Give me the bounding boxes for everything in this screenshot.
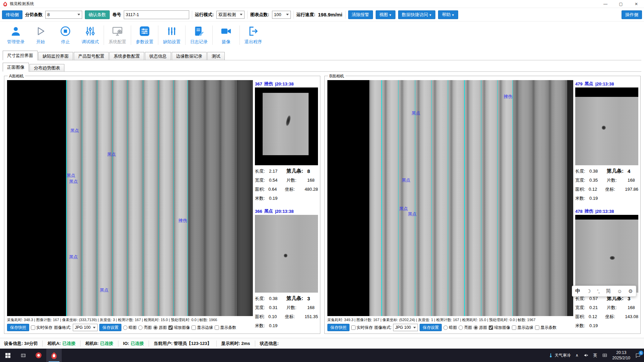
dark-image-radio[interactable]: 暗图 <box>123 325 137 330</box>
subtab-distribution-chart[interactable]: 分布趋势图表 <box>30 64 64 71</box>
stat-row: 面积:0.12坐标:197.86 <box>575 185 638 194</box>
maximize-button[interactable]: ▢ <box>613 0 629 8</box>
bright-image-radio[interactable]: 亮图 <box>459 325 472 330</box>
data-shortcut-menu-button[interactable]: 数据快捷访问 <box>398 10 435 19</box>
realtime-save-input[interactable] <box>351 325 356 330</box>
ime-toolbox-icon[interactable]: ⚙ <box>628 288 633 294</box>
image-format-label: 图像格式: <box>374 325 391 330</box>
save-settings-button[interactable]: 保存设置 <box>99 324 121 331</box>
clear-alarm-button[interactable]: 清除报警 <box>348 10 373 19</box>
system-config-button[interactable]: 系统配置 <box>105 25 130 45</box>
realtime-save-input[interactable] <box>31 325 35 330</box>
ime-language-indicator[interactable]: 英 <box>591 349 600 362</box>
run-mode-select[interactable]: 双面检测 <box>216 11 245 19</box>
stop-button[interactable]: 停止 <box>53 25 78 45</box>
clock[interactable]: 20:13 2025/2/10 <box>610 350 633 361</box>
zoom-image-checkbox[interactable]: 缩放图像 <box>489 325 510 330</box>
param-settings-button[interactable]: 参数设置 <box>132 25 157 45</box>
save-snapshot-button[interactable]: 保存快照 <box>327 324 350 331</box>
realtime-save-checkbox[interactable]: 实时保存 <box>31 325 52 330</box>
taskbar-app-vision-system[interactable] <box>46 349 62 362</box>
defect-thumbnail <box>255 87 318 165</box>
simplified-chinese-toggle[interactable]: 简 <box>606 288 611 294</box>
stat-row: 面积:0.64坐标:480.28 <box>255 185 318 194</box>
original-image-radio[interactable]: 原图 <box>153 325 167 330</box>
touch-keyboard-icon[interactable] <box>600 349 610 362</box>
defect-time: |20:13:38 <box>275 209 294 214</box>
drive-side-button[interactable]: 传动侧 <box>2 10 22 19</box>
defect-settings-button[interactable]: 缺陷设置 <box>159 25 184 45</box>
chart-points-select[interactable]: 100 <box>272 11 291 19</box>
show-strip-count-checkbox[interactable]: 显示条数 <box>535 325 556 330</box>
view-menu-button[interactable]: 视图 <box>376 10 395 19</box>
defect-card[interactable]: 478 挫伤 |20:13:38 长度:0.57第几条:3宽度:0.21片数:1… <box>575 207 638 332</box>
tray-expand-chevron[interactable]: ∧ <box>573 349 581 362</box>
tab-size-monitor[interactable]: 尺寸监控界面 <box>3 51 38 60</box>
camera-capture-button[interactable]: 摄像 <box>214 25 238 45</box>
start-button[interactable] <box>0 349 15 362</box>
defect-card-header: 366 黑点 |20:13:38 <box>255 207 318 215</box>
stat-value: 宽度: <box>255 177 269 183</box>
weather-indicator[interactable]: 天气寒冷 <box>546 349 573 362</box>
close-button[interactable]: ✕ <box>629 0 644 8</box>
action-center-button[interactable]: 6 <box>633 349 644 362</box>
roll-number-input[interactable] <box>124 10 189 19</box>
slit-count-select[interactable]: 8 <box>45 11 82 19</box>
defect-stats: 长度:2.17第几条:8宽度:0.54片数:168面积:0.64坐标:480.2… <box>255 165 318 203</box>
tab-status-info[interactable]: 状态信息 <box>145 52 171 60</box>
defect-card[interactable]: 367 挫伤 |20:13:38 长度:2.17第几条:8宽度:0.54片数:1… <box>255 80 318 205</box>
show-strip-count-checkbox[interactable]: 显示条数 <box>215 325 236 330</box>
shade-layer <box>567 80 573 316</box>
stat-value: 0.19 <box>589 196 607 201</box>
tab-system-param-config[interactable]: 系统参数配置 <box>109 52 144 60</box>
ribbon-separator <box>239 25 240 45</box>
original-image-radio[interactable]: 原图 <box>474 325 487 330</box>
zoom-image-checkbox[interactable]: 缩放图像 <box>168 325 190 330</box>
subtab-front-image[interactable]: 正面图像 <box>3 63 29 72</box>
operate-side-button[interactable]: 操作侧 <box>622 10 642 19</box>
moon-fullwidth-icon[interactable]: ☽ <box>587 288 591 294</box>
main-tabstrip: 尺寸监控界面 缺陷监控界面 产品型号配置 系统参数配置 状态信息 边缘数据记录 … <box>3 50 641 60</box>
toolbar-separator <box>247 11 248 19</box>
defect-annotation: 黑点 <box>67 173 75 179</box>
log-record-button[interactable]: 日志记录 <box>186 25 211 45</box>
start-button[interactable]: 开始 <box>28 25 53 45</box>
bright-image-radio[interactable]: 亮图 <box>138 325 152 330</box>
debug-mode-button[interactable]: 调试模式 <box>78 25 103 45</box>
defect-id: 367 <box>255 81 262 86</box>
tab-test[interactable]: 测试 <box>207 52 225 60</box>
camera-a-label: 相机A: <box>47 341 61 347</box>
volume-muted-icon[interactable] <box>581 349 591 362</box>
taskbar-app-browser[interactable] <box>31 349 46 362</box>
stat-value: 宽度: <box>575 305 589 311</box>
save-settings-button[interactable]: 保存设置 <box>420 324 442 331</box>
save-snapshot-button[interactable]: 保存快照 <box>7 324 29 331</box>
admin-login-button[interactable]: 管理登录 <box>3 25 28 45</box>
punctuation-toggle-icon[interactable]: ’, <box>597 288 600 294</box>
image-format-select[interactable]: JPG 100 <box>393 324 418 331</box>
image-format-select[interactable]: JPG 100 <box>73 324 98 331</box>
defect-stats: 长度:0.38第几条:4宽度:0.35片数:168面积:0.12坐标:197.8… <box>575 165 638 203</box>
defect-card[interactable]: 366 黑点 |20:13:38 长度:0.38第几条:3宽度:0.31片数:1… <box>255 207 318 332</box>
current-user: 当前用户: 管理员【123-123】 <box>149 341 217 347</box>
dark-image-radio[interactable]: 暗图 <box>443 325 457 330</box>
help-menu-button[interactable]: 帮助 <box>438 10 458 19</box>
show-edges-checkbox[interactable]: 显示边缘 <box>192 325 213 330</box>
defect-card[interactable]: 479 黑点 |20:13:38 长度:0.38第几条:4宽度:0.35片数:1… <box>575 80 638 205</box>
exit-program-button[interactable]: 退出程序 <box>241 25 266 45</box>
defect-stats: 长度:0.57第几条:3宽度:0.21片数:168面积:0.12坐标:143.0… <box>575 293 638 330</box>
tab-product-model-config[interactable]: 产品型号配置 <box>74 52 109 60</box>
stat-value: 8 <box>307 168 318 174</box>
stat-value: 0.35 <box>589 178 607 183</box>
show-edges-checkbox[interactable]: 显示边缘 <box>512 325 533 330</box>
task-view-button[interactable] <box>15 349 31 362</box>
tab-edge-data-record[interactable]: 边缘数据记录 <box>172 52 207 60</box>
minimize-button[interactable]: — <box>598 0 613 8</box>
emoji-icon[interactable]: ☺ <box>617 288 622 294</box>
ime-mode-indicator[interactable]: 中 <box>575 288 580 294</box>
confirm-count-button[interactable]: 确认条数 <box>85 10 110 19</box>
defect-id: 479 <box>575 81 583 86</box>
tab-defect-monitor[interactable]: 缺陷监控界面 <box>38 52 73 60</box>
system-config-icon <box>112 25 123 37</box>
realtime-save-checkbox[interactable]: 实时保存 <box>351 325 373 330</box>
